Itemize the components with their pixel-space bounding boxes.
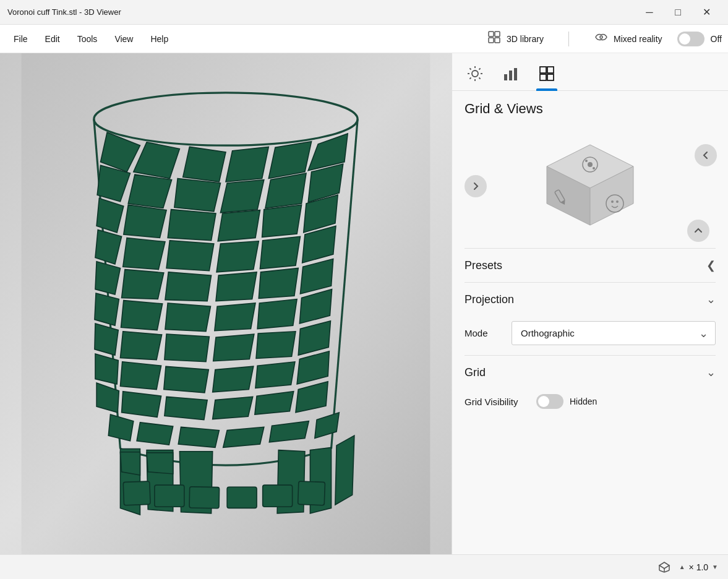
projection-section-header[interactable]: Projection ⌄ — [452, 283, 728, 316]
cube-icon-status — [657, 561, 672, 573]
svg-rect-75 — [123, 481, 150, 505]
svg-marker-44 — [120, 332, 161, 360]
down-arrow-icon[interactable]: ▼ — [712, 564, 718, 570]
svg-marker-47 — [256, 332, 296, 359]
viewport-background — [0, 53, 452, 554]
svg-point-108 — [616, 200, 619, 203]
svg-point-4 — [600, 36, 602, 38]
toolbar-group: 3D library Mixed reality Off — [482, 27, 722, 50]
svg-rect-1 — [495, 32, 500, 36]
3d-library-icon — [487, 30, 502, 48]
3d-viewport[interactable] — [0, 53, 452, 554]
zoom-level: × 1.0 — [689, 562, 709, 572]
svg-rect-91 — [509, 71, 512, 80]
grid-views-section: Grid & Views — [452, 91, 728, 124]
minimize-button[interactable]: ─ — [635, 0, 664, 25]
svg-marker-15 — [174, 179, 221, 212]
toggle-off-label: Off — [711, 34, 722, 44]
projection-content: Mode Orthographic Perspective ⌄ — [452, 316, 728, 355]
close-button[interactable]: ✕ — [692, 0, 721, 25]
svg-rect-92 — [514, 68, 517, 80]
svg-marker-10 — [226, 147, 268, 181]
mixed-reality-icon — [594, 30, 609, 48]
cube-status-icon — [657, 561, 672, 573]
menu-view[interactable]: View — [107, 30, 140, 48]
svg-marker-33 — [165, 272, 212, 301]
mixed-reality-toggle[interactable]: Off — [677, 32, 722, 46]
grid-visibility-row: Grid Visibility Hidden — [465, 394, 716, 409]
tab-grid-views[interactable] — [536, 61, 557, 90]
projection-mode-select[interactable]: Orthographic Perspective — [512, 321, 716, 345]
grid-visibility-state: Hidden — [570, 397, 597, 406]
maximize-button[interactable]: □ — [664, 0, 692, 25]
svg-marker-64 — [223, 427, 264, 447]
3d-model — [0, 53, 452, 554]
cube-nav-down-arrow[interactable] — [687, 220, 709, 242]
projection-mode-row: Mode Orthographic Perspective ⌄ — [465, 321, 716, 345]
mixed-reality-button[interactable]: Mixed reality — [589, 27, 667, 50]
svg-point-103 — [593, 167, 595, 169]
grid-toggle-track[interactable] — [536, 394, 563, 409]
svg-rect-2 — [489, 38, 494, 43]
cube-nav-right-arrow[interactable] — [465, 175, 487, 197]
titlebar: Voronoi cuff Tink.stl - 3D Viewer ─ □ ✕ — [0, 0, 728, 25]
svg-marker-22 — [218, 210, 260, 241]
mode-select-wrapper: Orthographic Perspective ⌄ — [512, 321, 716, 345]
up-arrow-icon[interactable]: ▲ — [679, 564, 685, 570]
window-title: Voronoi cuff Tink.stl - 3D Viewer — [7, 7, 635, 17]
svg-rect-95 — [540, 74, 546, 80]
projection-chevron: ⌄ — [706, 293, 716, 306]
zoom-controls: ▲ × 1.0 ▼ — [679, 562, 718, 572]
svg-line-87 — [479, 78, 481, 79]
zoom-down-arrow[interactable]: ▼ — [712, 564, 718, 570]
menu-file[interactable]: File — [6, 30, 35, 48]
grid-visibility-toggle[interactable]: Hidden — [536, 394, 597, 409]
svg-marker-16 — [220, 180, 263, 213]
svg-marker-21 — [168, 210, 216, 241]
mode-label: Mode — [465, 328, 502, 338]
svg-marker-56 — [122, 392, 161, 418]
svg-line-113 — [659, 570, 664, 572]
menu-edit[interactable]: Edit — [38, 30, 67, 48]
grid-section-header[interactable]: Grid ⌄ — [452, 356, 728, 389]
grid-visibility-label: Grid Visibility — [465, 397, 526, 407]
main-area: Grid & Views — [0, 53, 728, 554]
svg-rect-94 — [547, 67, 554, 73]
menu-tools[interactable]: Tools — [70, 30, 105, 48]
svg-point-107 — [611, 200, 614, 203]
tab-chart[interactable] — [500, 61, 521, 90]
svg-rect-3 — [495, 38, 500, 43]
svg-line-114 — [664, 570, 669, 572]
svg-rect-5 — [22, 53, 430, 554]
svg-marker-57 — [165, 397, 207, 419]
svg-marker-109 — [659, 562, 669, 568]
3d-library-button[interactable]: 3D library — [482, 27, 549, 50]
svg-marker-53 — [255, 362, 295, 388]
svg-marker-63 — [178, 427, 219, 447]
presets-section-header[interactable]: Presets ❮ — [452, 249, 728, 282]
svg-rect-76 — [155, 485, 184, 507]
cube-nav-left-arrow[interactable] — [695, 144, 717, 166]
grid-toggle-knob — [538, 396, 549, 407]
svg-line-86 — [469, 68, 471, 69]
zoom-up-arrow[interactable]: ▲ — [679, 564, 685, 570]
menu-help[interactable]: Help — [143, 30, 176, 48]
svg-marker-40 — [215, 303, 255, 331]
svg-marker-71 — [147, 453, 173, 474]
projection-title: Projection — [465, 293, 514, 306]
window-controls: ─ □ ✕ — [635, 0, 721, 25]
toggle-track[interactable] — [677, 32, 704, 46]
mixed-reality-label: Mixed reality — [614, 34, 662, 44]
toolbar-divider — [568, 32, 569, 46]
menu-items: File Edit Tools View Help — [6, 30, 482, 48]
svg-marker-23 — [262, 205, 302, 237]
svg-marker-37 — [95, 293, 119, 325]
svg-marker-46 — [213, 334, 254, 361]
presets-chevron: ❮ — [706, 259, 716, 272]
orientation-cube — [528, 132, 652, 238]
svg-point-102 — [585, 160, 588, 162]
statusbar: ▲ × 1.0 ▼ — [0, 554, 728, 579]
svg-rect-79 — [263, 485, 293, 507]
svg-marker-52 — [213, 366, 254, 392]
tab-lighting[interactable] — [465, 61, 486, 90]
